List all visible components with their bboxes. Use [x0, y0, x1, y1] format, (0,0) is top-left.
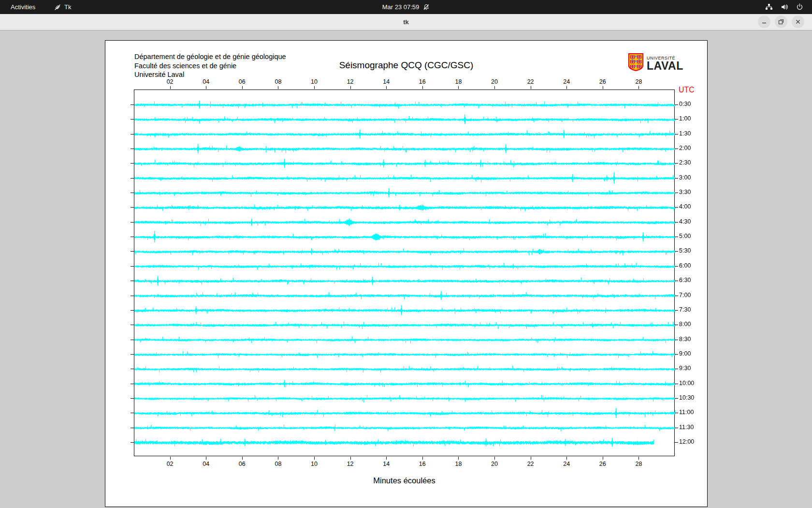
- x-tick-mark: [278, 457, 278, 460]
- row-tick-right: [675, 163, 678, 164]
- x-tick-mark: [242, 457, 243, 460]
- row-time-label: 0:30: [679, 101, 691, 107]
- window-title-bar: tk: [0, 14, 812, 30]
- row-tick-right: [675, 310, 678, 311]
- row-time-label: 7:30: [679, 306, 691, 313]
- row-tick-right: [675, 193, 678, 193]
- row-tick-right: [675, 384, 678, 384]
- x-tick-label: 26: [599, 461, 606, 467]
- row-tick-left: [130, 398, 134, 399]
- row-time-label: 5:30: [679, 247, 691, 254]
- row-tick-left: [130, 149, 134, 149]
- row-time-label: 9:00: [679, 350, 691, 357]
- row-tick-left: [130, 119, 134, 120]
- x-tick-label: 20: [491, 78, 498, 85]
- x-tick-label: 02: [167, 461, 174, 467]
- x-tick-mark: [494, 86, 495, 89]
- laval-shield-icon: [628, 53, 643, 73]
- seismogram-plot: [134, 90, 675, 456]
- row-tick-left: [130, 207, 134, 208]
- row-tick-left: [130, 105, 134, 105]
- laval-logo-line2: LAVAL: [647, 60, 683, 71]
- row-tick-right: [675, 442, 678, 443]
- row-tick-right: [675, 119, 678, 120]
- x-tick-label: 16: [419, 78, 426, 85]
- x-tick-mark: [603, 457, 603, 460]
- x-tick-mark: [458, 86, 459, 89]
- row-tick-right: [675, 398, 678, 399]
- row-tick-left: [130, 325, 134, 325]
- row-tick-left: [130, 310, 134, 311]
- x-tick-label: 04: [203, 78, 209, 85]
- row-tick-left: [130, 134, 134, 134]
- network-icon: [765, 3, 773, 11]
- x-tick-label: 28: [635, 461, 642, 467]
- x-tick-label: 08: [275, 461, 281, 467]
- x-tick-mark: [422, 457, 423, 460]
- row-tick-right: [675, 251, 678, 252]
- row-tick-left: [130, 354, 134, 355]
- row-tick-left: [130, 413, 134, 413]
- x-tick-mark: [458, 457, 459, 460]
- row-time-label: 2:30: [679, 159, 691, 166]
- row-time-label: 11:30: [679, 424, 694, 431]
- clock-text: Mar 23 07:59: [382, 3, 420, 11]
- row-time-label: 4:30: [679, 218, 691, 225]
- row-tick-right: [675, 428, 678, 428]
- row-time-label: 4:00: [679, 203, 691, 210]
- app-menu-button[interactable]: Tk: [50, 0, 75, 14]
- app-menu-label: Tk: [64, 3, 71, 11]
- row-tick-left: [130, 237, 134, 237]
- x-tick-label: 14: [383, 461, 390, 467]
- system-status-area[interactable]: [761, 0, 807, 14]
- row-tick-left: [130, 163, 134, 164]
- row-time-label: 1:30: [679, 130, 691, 137]
- x-tick-mark: [603, 86, 603, 89]
- window-controls: [758, 15, 804, 28]
- x-tick-label: 18: [455, 461, 462, 467]
- x-tick-label: 14: [383, 78, 390, 85]
- clock-area: Mar 23 07:59: [0, 0, 812, 14]
- row-time-label: 6:00: [679, 262, 691, 269]
- x-tick-mark: [278, 86, 278, 89]
- seismograph-window: Département de géologie et de génie géol…: [105, 40, 708, 507]
- clock-button[interactable]: Mar 23 07:59: [382, 3, 430, 11]
- row-tick-right: [675, 413, 678, 413]
- row-tick-right: [675, 354, 678, 355]
- x-tick-mark: [314, 86, 315, 89]
- row-tick-right: [675, 369, 678, 369]
- x-tick-mark: [386, 457, 387, 460]
- row-tick-left: [130, 178, 134, 179]
- row-time-label: 8:30: [679, 336, 691, 343]
- x-tick-mark: [350, 86, 351, 89]
- row-time-label: 1:00: [679, 115, 691, 122]
- row-time-label: 6:30: [679, 277, 691, 284]
- x-tick-mark: [242, 86, 243, 89]
- x-tick-mark: [638, 86, 639, 89]
- x-axis-title: Minutes écoulées: [134, 476, 675, 485]
- x-tick-mark: [422, 86, 423, 89]
- x-tick-mark: [638, 457, 639, 460]
- row-tick-right: [675, 222, 678, 223]
- seismogram-traces: [134, 90, 675, 457]
- x-tick-label: 10: [311, 461, 318, 467]
- row-time-label: 7:00: [679, 292, 691, 299]
- x-tick-label: 22: [527, 461, 534, 467]
- row-tick-right: [675, 296, 678, 296]
- power-icon: [796, 3, 803, 11]
- notifications-muted-icon: [423, 4, 430, 11]
- row-tick-left: [130, 384, 134, 384]
- x-tick-label: 20: [491, 461, 498, 467]
- row-tick-right: [675, 207, 678, 208]
- row-tick-right: [675, 281, 678, 281]
- row-tick-left: [130, 266, 134, 267]
- x-tick-mark: [170, 86, 171, 89]
- activities-label: Activities: [11, 3, 35, 11]
- minimize-button[interactable]: [758, 15, 770, 28]
- activities-button[interactable]: Activities: [7, 0, 39, 14]
- close-button[interactable]: [792, 15, 804, 28]
- desktop: Activities Tk Mar 23 07:59: [0, 0, 812, 508]
- restore-button[interactable]: [775, 15, 787, 28]
- row-tick-left: [130, 369, 134, 369]
- x-tick-mark: [206, 457, 206, 460]
